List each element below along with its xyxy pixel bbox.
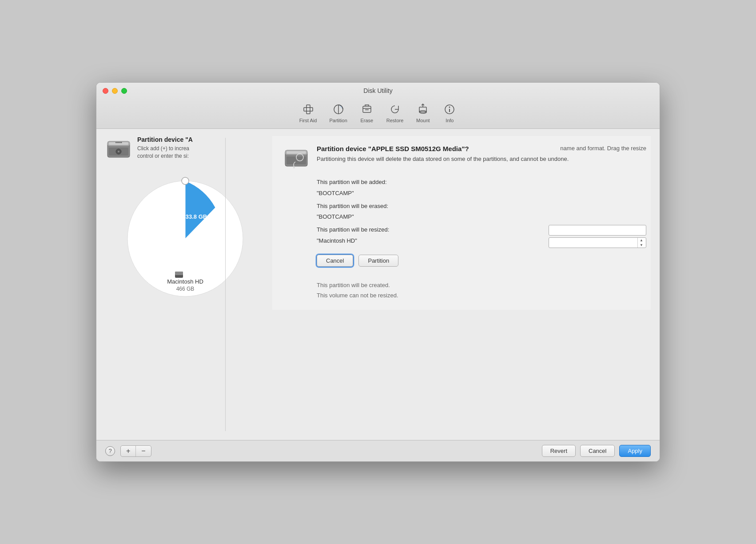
remove-partition-button[interactable]: − — [136, 446, 151, 456]
window-title: Disk Utility — [363, 87, 392, 94]
dialog-box: Partition device "APPLE SSD SM0512G Medi… — [272, 136, 651, 310]
svg-text:■■■■■: ■■■■■ — [115, 141, 122, 144]
right-description: name and format. Drag the resize — [560, 145, 646, 152]
dialog-disk-icon — [283, 145, 310, 172]
svg-text:33.8 GB: 33.8 GB — [186, 213, 207, 220]
footer-line2: This volume can not be resized. — [317, 290, 640, 300]
dialog-partition-button[interactable]: Partition — [358, 255, 398, 267]
bottom-left: ? + − — [105, 445, 151, 457]
info-label: Info — [446, 118, 454, 123]
section-added-value: "BOOTCAMP" — [317, 189, 640, 198]
minimize-button[interactable] — [112, 88, 118, 94]
partition-header: ■■■■■ Partition device "A Click add (+) … — [105, 136, 265, 163]
dialog-subtitle: Partitioning this device will delete the… — [317, 155, 640, 163]
partition-header-title: Partition device "A — [137, 136, 193, 143]
mount-button[interactable]: Mount — [410, 100, 436, 125]
add-partition-button[interactable]: + — [121, 446, 136, 456]
disk-icon-small: ■■■■■ — [105, 136, 132, 163]
erase-button[interactable]: Erase — [354, 100, 380, 125]
first-aid-label: First Aid — [299, 118, 317, 123]
bottom-right: Revert Cancel Apply — [542, 445, 651, 457]
add-remove-buttons: + − — [120, 445, 151, 457]
restore-label: Restore — [386, 118, 404, 123]
partition-header-desc1: Click add (+) to increa — [137, 145, 193, 152]
erase-icon — [360, 102, 374, 116]
title-bar: Disk Utility First Aid — [96, 83, 660, 129]
svg-text:466 GB: 466 GB — [176, 286, 195, 292]
partition-header-desc2: control or enter the si: — [137, 152, 193, 160]
svg-point-31 — [293, 167, 295, 168]
disk-utility-window: Disk Utility First Aid — [96, 82, 660, 462]
pie-chart-container: 33.8 GB Macintosh HD 466 GB — [105, 170, 265, 303]
partition-label: Partition — [329, 118, 347, 123]
erase-label: Erase — [360, 118, 373, 123]
footer-line1: This partition will be created. — [317, 280, 640, 290]
maximize-button[interactable] — [121, 88, 127, 94]
restore-button[interactable]: Restore — [380, 100, 410, 125]
svg-rect-1 — [304, 108, 313, 111]
help-button[interactable]: ? — [105, 446, 115, 456]
svg-rect-4 — [363, 106, 371, 112]
stepper-arrows[interactable]: ▲ ▼ — [637, 238, 645, 248]
svg-rect-28 — [286, 151, 306, 154]
svg-text:Macintosh HD: Macintosh HD — [167, 278, 203, 285]
svg-point-19 — [118, 151, 119, 152]
svg-point-22 — [182, 177, 189, 184]
stepper-up-arrow[interactable]: ▲ — [640, 238, 643, 243]
info-button[interactable]: Info — [436, 100, 463, 125]
apply-button[interactable]: Apply — [619, 445, 651, 457]
pie-chart: 33.8 GB Macintosh HD 466 GB — [119, 170, 252, 303]
input-fields: ▲ ▼ — [549, 225, 646, 248]
content-area: ■■■■■ Partition device "A Click add (+) … — [96, 129, 660, 440]
mount-icon — [416, 102, 430, 116]
section-erased-header: This partition will be erased: — [317, 202, 640, 211]
bottom-bar: ? + − Revert Cancel Apply — [96, 440, 660, 461]
close-button[interactable] — [103, 88, 108, 94]
right-panel: name and format. Drag the resize — [272, 136, 651, 433]
info-icon — [442, 102, 457, 116]
dialog-buttons: Cancel Partition — [317, 255, 640, 267]
svg-rect-0 — [306, 105, 310, 114]
mount-label: Mount — [416, 118, 430, 123]
size-stepper[interactable]: ▲ ▼ — [549, 237, 646, 248]
section-erased-value: "BOOTCAMP" — [317, 212, 640, 222]
dialog-footer-notes: This partition will be created. This vol… — [317, 280, 640, 301]
partition-header-text: Partition device "A Click add (+) to inc… — [137, 136, 193, 160]
cancel-button[interactable]: Cancel — [580, 445, 615, 457]
restore-icon — [388, 102, 402, 116]
first-aid-button[interactable]: First Aid — [293, 100, 323, 125]
first-aid-icon — [301, 102, 315, 116]
traffic-lights — [103, 88, 127, 94]
name-input[interactable] — [549, 225, 646, 236]
partition-icon — [331, 102, 346, 116]
toolbar: First Aid Partition — [284, 98, 472, 128]
section-added-header: This partition will be added: — [317, 178, 640, 187]
stepper-down-arrow[interactable]: ▼ — [640, 243, 643, 248]
dialog-cancel-button[interactable]: Cancel — [317, 255, 353, 267]
revert-button[interactable]: Revert — [542, 445, 576, 457]
partition-button[interactable]: Partition — [323, 100, 353, 125]
svg-point-13 — [449, 107, 450, 108]
left-panel: ■■■■■ Partition device "A Click add (+) … — [105, 136, 265, 433]
